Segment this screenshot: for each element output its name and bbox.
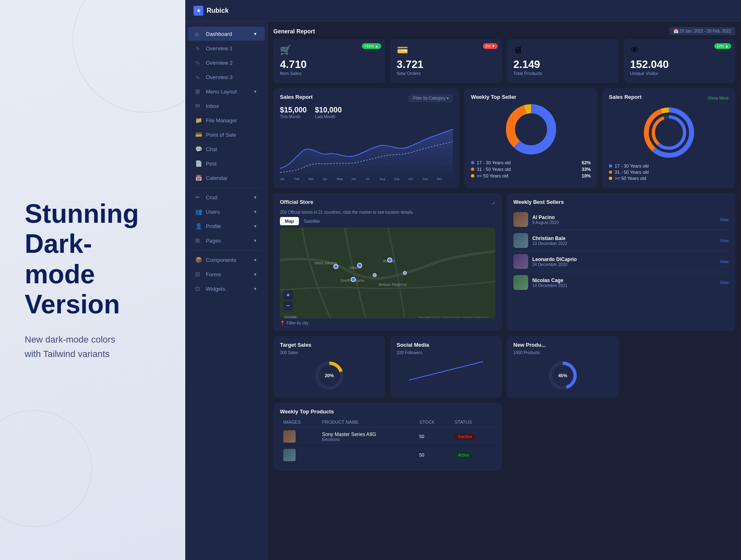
- social-media-followers: 320 Followers: [397, 350, 496, 355]
- stat-badge-item-sales: +31% ▲: [362, 43, 381, 49]
- weekly-best-sellers-card: Weekly Best Sellers Al Pacino 9 August 2…: [507, 193, 735, 331]
- sidebar-item-overview2[interactable]: ∿ Overview 2: [188, 56, 265, 70]
- stats-row: 🛒 4.710 Item Sales +31% ▲ 💳 3.721 New Or…: [273, 39, 735, 83]
- map-tab-map[interactable]: Map: [280, 217, 299, 225]
- seller-view-link-2[interactable]: View: [720, 238, 729, 243]
- sidebar-item-forms[interactable]: ⊟ Forms ▼: [188, 267, 265, 281]
- svg-text:+: +: [287, 292, 290, 298]
- ring-dot-orange: [609, 170, 612, 174]
- ring-legend-17-30: 17 - 30 Years old: [609, 163, 729, 168]
- user-icon: 👤: [195, 223, 202, 229]
- sidebar: ⌂ Dashboard ▼ ∿ Overview 1 ∿ Overview 2 …: [185, 21, 268, 560]
- filter-city[interactable]: 📍 Filter by city: [280, 321, 495, 325]
- sidebar-item-users[interactable]: 👥 Users ▼: [188, 205, 265, 219]
- general-report-title: General Report: [273, 28, 315, 35]
- last-month-value: $10,000 Last Month: [315, 106, 342, 119]
- target-sales-donut: 20%: [280, 359, 379, 392]
- sidebar-item-label: Overview 3: [206, 74, 233, 80]
- this-month-value: $15,000 This Month: [280, 106, 307, 119]
- map-svg: West Jakarta Jakarta Bekasi South Jakart…: [280, 228, 495, 318]
- sidebar-item-chat[interactable]: 💬 Chat: [188, 142, 265, 156]
- right-panel: ★ Rubick ⌂ Dashboard ▼ ∿ Overview 1 ∿ Ov…: [185, 0, 741, 560]
- sidebar-item-dashboard[interactable]: ⌂ Dashboard ▼: [188, 27, 265, 41]
- svg-text:Nov: Nov: [423, 177, 428, 181]
- social-media-chart: [397, 357, 496, 382]
- target-sales-chart: 20%: [313, 359, 346, 392]
- sidebar-item-overview1[interactable]: ∿ Overview 1: [188, 41, 265, 55]
- chevron-icon: ▼: [253, 224, 257, 229]
- seller-avatar-al-pacino: [513, 212, 528, 227]
- product-category: Electronic: [322, 437, 412, 442]
- sidebar-item-profile[interactable]: 👤 Profile ▼: [188, 219, 265, 233]
- sellers-list: Al Pacino 9 August 2020 View Christian B…: [513, 209, 729, 293]
- new-products-donut: 45%: [513, 359, 612, 392]
- weekly-top-products-card: Weekly Top Products IMAGES PRODUCT NAME …: [273, 403, 502, 470]
- sidebar-item-label: Crud: [206, 194, 217, 201]
- sidebar-item-label: Widgets: [206, 286, 225, 292]
- sidebar-item-label: Forms: [206, 271, 221, 278]
- seller-view-link[interactable]: View: [720, 217, 729, 222]
- sidebar-item-pages[interactable]: ⊞ Pages ▼: [188, 233, 265, 247]
- seller-date-christian-bale: 13 December 2022: [532, 241, 567, 246]
- seller-avatar-nicolas-cage: [513, 275, 528, 290]
- sidebar-item-label: Point of Sale: [206, 132, 236, 138]
- pages-icon: ⊞: [195, 237, 202, 244]
- sidebar-item-pos[interactable]: 💳 Point of Sale: [188, 128, 265, 142]
- folder-icon: 📁: [195, 117, 202, 124]
- weekly-top-seller-card: Weekly Top Seller: [464, 88, 597, 188]
- seller-item-al-pacino: Al Pacino 9 August 2020 View: [513, 209, 729, 230]
- filter-category-button[interactable]: Filter by Category ▾: [409, 94, 453, 102]
- show-more-link[interactable]: Show More: [708, 96, 729, 100]
- social-media-title: Social Media: [397, 342, 496, 348]
- seller-avatar-leonardo: [513, 254, 528, 269]
- components-icon: 📦: [195, 257, 202, 263]
- sidebar-item-overview3[interactable]: ∿ Overview 3: [188, 70, 265, 84]
- legend-item-50-plus: >= 50 Years old 10%: [471, 173, 591, 178]
- svg-text:Google: Google: [284, 315, 296, 318]
- svg-text:Oct: Oct: [408, 177, 413, 181]
- sidebar-item-widgets[interactable]: ⊡ Widgets ▼: [188, 282, 265, 296]
- seller-avatar-christian-bale: [513, 233, 528, 248]
- expand-icon[interactable]: ⤢: [492, 201, 495, 205]
- seller-item-christian-bale: Christian Bale 13 December 2022 View: [513, 230, 729, 251]
- calendar-icon: 📅: [195, 175, 202, 181]
- target-sales-value: 300 Sales: [280, 350, 379, 355]
- svg-text:Dec: Dec: [437, 177, 442, 181]
- chevron-icon: ▼: [253, 89, 257, 94]
- sidebar-item-label: Overview 2: [206, 60, 233, 66]
- svg-text:Jul: Jul: [366, 177, 370, 181]
- sidebar-item-post[interactable]: 📄 Post: [188, 156, 265, 170]
- stat-value-total-products: 2.149: [513, 58, 612, 71]
- sidebar-item-crud[interactable]: ✏ Crud ▼: [188, 190, 265, 204]
- seller-view-link-4[interactable]: View: [720, 280, 729, 285]
- svg-text:Apr: Apr: [323, 177, 328, 181]
- legend-label-31-50: 31 - 50 Years old: [477, 167, 511, 172]
- sidebar-item-label: Post: [206, 161, 217, 167]
- legend-dot-blue: [471, 161, 474, 164]
- stat-card-total-products: 🖥 2.149 Total Products: [507, 39, 619, 83]
- product-image-2: [283, 449, 296, 461]
- seller-view-link-3[interactable]: View: [720, 259, 729, 264]
- legend-pct-17-30: 62%: [582, 160, 591, 165]
- map-tab-satellite[interactable]: Satellite: [299, 217, 325, 225]
- sales-report-ring-title: Sales Report: [609, 94, 641, 100]
- svg-point-38: [388, 258, 392, 262]
- app-logo: ★ Rubick: [193, 6, 228, 16]
- sidebar-item-components[interactable]: 📦 Components ▼: [188, 253, 265, 267]
- col-product-name: PRODUCT NAME: [319, 417, 416, 427]
- sidebar-item-inbox[interactable]: ✉ Inbox: [188, 99, 265, 113]
- product-name: Sony Master Series A9G: [322, 432, 412, 437]
- sidebar-item-menu-layout[interactable]: ⊞ Menu Layout ▼: [188, 84, 265, 98]
- sidebar-item-calendar[interactable]: 📅 Calendar: [188, 171, 265, 185]
- stat-badge-new-orders: 2% ▼: [483, 43, 498, 49]
- product-image: [283, 430, 296, 443]
- svg-text:Feb: Feb: [294, 177, 300, 181]
- location-icon: 📍: [280, 321, 285, 325]
- legend-dot-yellow: [471, 174, 474, 177]
- sidebar-item-label: Users: [206, 209, 220, 215]
- donut-wrap: 17 - 30 Years old 62% 31 - 50 Years old …: [471, 103, 591, 180]
- legend-label-17-30: 17 - 30 Years old: [477, 160, 511, 165]
- svg-text:Sep: Sep: [394, 177, 399, 181]
- forms-icon: ⊟: [195, 271, 202, 278]
- sidebar-item-file-manager[interactable]: 📁 File Manager: [188, 113, 265, 127]
